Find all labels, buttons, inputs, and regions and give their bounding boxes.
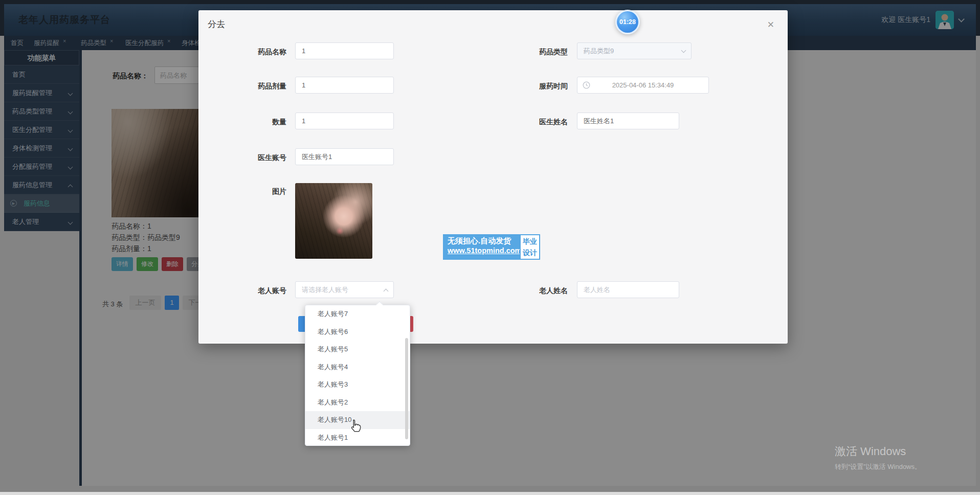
dropdown-scrollbar[interactable]: [405, 338, 408, 439]
field-label-doctor-account: 医生账号: [229, 153, 286, 163]
ad-badge: 毕业 设计: [520, 234, 540, 260]
assign-dialog: 分去 ✕ 药品名称 药品类型 药品类型9 药品剂量 服药时间 2025-04-0…: [198, 10, 788, 344]
med-type-select[interactable]: 药品类型9: [577, 42, 692, 59]
chevron-up-icon: [384, 289, 389, 294]
dropdown-option[interactable]: 老人账号5: [305, 341, 410, 358]
doctor-account-input[interactable]: [295, 148, 394, 165]
doctor-name-input[interactable]: [577, 112, 679, 129]
med-time-picker[interactable]: 2025-04-06 15:34:49: [577, 77, 709, 94]
clock-icon: [583, 81, 590, 89]
med-dose-input[interactable]: [295, 77, 394, 94]
field-label-med-time: 服药时间: [485, 82, 568, 91]
field-label-quantity: 数量: [229, 118, 286, 127]
field-label-elder-name: 老人姓名: [485, 286, 568, 296]
medicine-image-preview: [295, 183, 372, 259]
screenshot-stage: 老年人用药服务平台 欢迎 医生账号1 首页 服药提醒× 药品类型× 医生分配服药…: [0, 0, 980, 495]
windows-activation-watermark: 激活 Windows 转到“设置”以激活 Windows。: [835, 444, 921, 471]
hand-cursor: [349, 418, 362, 436]
field-label-image: 图片: [229, 187, 286, 196]
dropdown-option[interactable]: 老人账号6: [305, 323, 410, 341]
field-label-med-type: 药品类型: [485, 48, 568, 57]
ad-text-block: 无须担心.自动发货 www.51topmind.com: [443, 234, 520, 260]
field-label-doctor-name: 医生姓名: [485, 118, 568, 127]
dropdown-option[interactable]: 老人账号3: [305, 376, 410, 394]
ad-watermark: 无须担心.自动发货 www.51topmind.com 毕业 设计: [443, 234, 540, 260]
field-label-med-dose: 药品剂量: [229, 82, 286, 91]
dialog-title: 分去: [208, 18, 225, 30]
recording-timer-badge: 01:28: [615, 10, 640, 34]
chevron-down-icon: [681, 48, 686, 53]
dropdown-option[interactable]: 老人账号7: [305, 305, 410, 323]
window-bottom-frame: [0, 492, 980, 495]
med-name-input[interactable]: [295, 42, 394, 59]
field-label-med-name: 药品名称: [229, 48, 286, 57]
elder-name-input[interactable]: [577, 281, 679, 298]
dropdown-option[interactable]: 老人账号4: [305, 358, 410, 376]
dropdown-option[interactable]: 老人账号2: [305, 394, 410, 412]
hand-cursor-icon: [349, 418, 362, 434]
field-label-elder-account: 老人账号: [229, 286, 286, 296]
elder-account-select[interactable]: 请选择老人账号: [295, 281, 394, 298]
close-icon[interactable]: ✕: [767, 20, 774, 29]
quantity-input[interactable]: [295, 112, 394, 129]
